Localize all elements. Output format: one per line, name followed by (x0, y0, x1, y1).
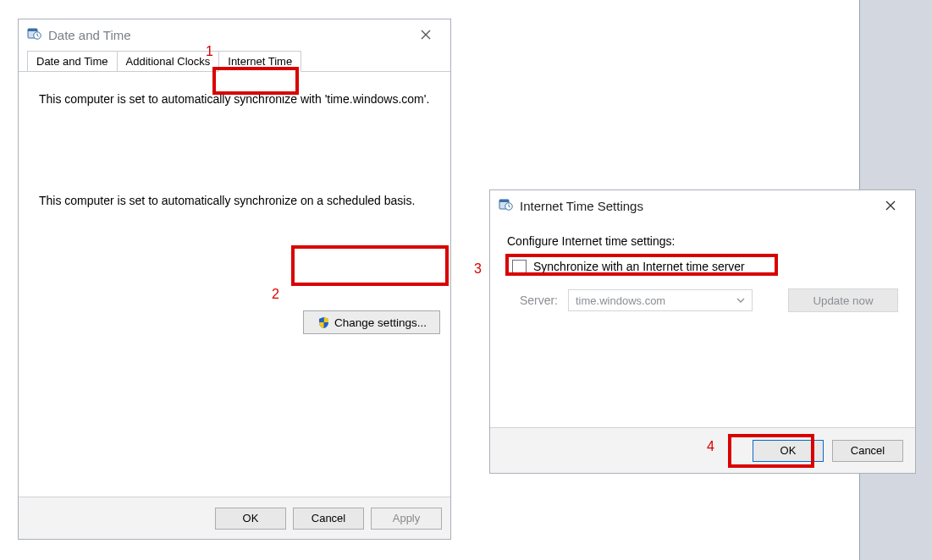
tab-label: Internet Time (228, 55, 292, 68)
dialog-title: Internet Time Settings (520, 199, 871, 213)
tab-additional-clocks[interactable]: Additional Clocks (117, 51, 220, 72)
ok-button[interactable]: OK (753, 440, 824, 462)
dialog-title: Date and Time (48, 28, 406, 42)
tab-body-internet-time: This computer is set to automatically sy… (19, 72, 450, 493)
ok-button[interactable]: OK (215, 508, 286, 530)
server-label: Server: (512, 294, 558, 307)
server-row: Server: time.windows.com Update now (512, 288, 898, 312)
change-settings-button[interactable]: Change settings... (303, 310, 440, 334)
internet-time-settings-dialog: Internet Time Settings Configure Interne… (489, 189, 916, 474)
change-settings-label: Change settings... (334, 316, 427, 329)
title-bar[interactable]: Date and Time (19, 19, 450, 50)
annotation-number-4: 4 (707, 439, 714, 454)
close-button[interactable] (406, 22, 445, 47)
close-button[interactable] (871, 193, 910, 218)
clock-icon (499, 197, 513, 214)
chevron-down-icon (735, 294, 747, 306)
date-and-time-dialog: Date and Time Date and Time Additional C… (18, 19, 451, 540)
apply-button: Apply (371, 508, 442, 530)
annotation-number-2: 2 (272, 287, 279, 302)
sync-checkbox-row: Synchronize with an Internet time server (512, 256, 898, 277)
tab-internet-time[interactable]: Internet Time (218, 51, 301, 72)
annotation-number-3: 3 (474, 261, 482, 277)
sync-status-text: This computer is set to automatically sy… (39, 91, 435, 107)
sync-checkbox-label: Synchronize with an Internet time server (533, 260, 745, 273)
clock-icon (27, 26, 41, 43)
shield-icon (317, 316, 330, 329)
tab-label: Date and Time (36, 55, 108, 68)
annotation-number-1: 1 (206, 44, 213, 59)
svg-rect-1 (28, 29, 37, 31)
sync-checkbox[interactable] (512, 260, 527, 274)
configure-label: Configure Internet time settings: (507, 234, 898, 248)
tab-date-and-time[interactable]: Date and Time (27, 51, 118, 72)
tab-strip: Date and Time Additional Clocks Internet… (19, 50, 450, 72)
dialog-footer: OK Cancel Apply (19, 497, 450, 539)
server-selected-value: time.windows.com (576, 294, 665, 307)
dialog-body: Configure Internet time settings: Synchr… (490, 221, 915, 326)
cancel-button[interactable]: Cancel (832, 440, 903, 462)
svg-rect-4 (499, 200, 509, 202)
title-bar[interactable]: Internet Time Settings (490, 190, 915, 221)
server-dropdown[interactable]: time.windows.com (568, 289, 753, 311)
tab-label: Additional Clocks (126, 55, 211, 68)
dialog-footer: OK Cancel (490, 427, 915, 473)
update-now-button: Update now (788, 288, 898, 312)
cancel-button[interactable]: Cancel (293, 508, 364, 530)
scheduled-text: This computer is set to automatically sy… (39, 192, 435, 209)
